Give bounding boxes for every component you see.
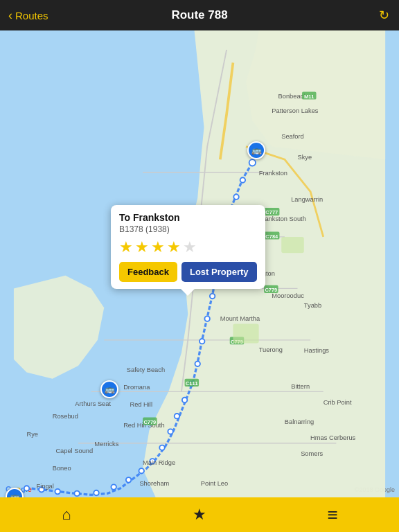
feedback-button[interactable]: Feedback xyxy=(119,262,177,282)
svg-point-11 xyxy=(204,316,209,321)
page-title: Route 788 xyxy=(171,8,227,22)
svg-point-22 xyxy=(111,484,116,489)
bus-icon-2: 🚌 xyxy=(100,380,118,398)
svg-text:Bittern: Bittern xyxy=(291,383,310,390)
tab-favorites[interactable]: ★ xyxy=(133,497,266,532)
svg-point-26 xyxy=(39,487,44,492)
route-popup: To Frankston B1378 (1938) ★ ★ ★ ★ ★ Feed… xyxy=(111,205,265,289)
svg-point-4 xyxy=(240,177,245,182)
svg-rect-65 xyxy=(264,231,279,239)
refresh-icon: ↻ xyxy=(379,8,389,22)
svg-marker-2 xyxy=(246,30,385,159)
star-rating[interactable]: ★ ★ ★ ★ ★ xyxy=(119,238,257,256)
svg-text:Capel Sound: Capel Sound xyxy=(55,447,93,454)
svg-text:Somers: Somers xyxy=(301,450,323,457)
svg-text:Dromana: Dromana xyxy=(123,384,150,391)
popup-title: To Frankston xyxy=(119,212,257,223)
svg-point-18 xyxy=(159,445,164,450)
svg-point-24 xyxy=(74,491,79,496)
svg-point-16 xyxy=(175,414,179,418)
svg-text:Fingal: Fingal xyxy=(36,483,53,490)
svg-text:Hastings: Hastings xyxy=(304,347,330,354)
chevron-left-icon: ‹ xyxy=(8,8,12,23)
svg-text:Mount Martha: Mount Martha xyxy=(220,315,260,322)
tab-menu[interactable]: ≡ xyxy=(266,497,399,532)
svg-point-15 xyxy=(182,398,187,402)
svg-point-3 xyxy=(249,159,256,166)
star-icon: ★ xyxy=(193,506,206,524)
svg-point-13 xyxy=(195,362,200,366)
svg-text:Tuerong: Tuerong xyxy=(259,346,283,353)
svg-text:Hmas Cerberus: Hmas Cerberus xyxy=(310,434,355,441)
popup-subtitle: B1378 (1938) xyxy=(119,224,257,234)
lost-property-button[interactable]: Lost Property xyxy=(181,262,257,282)
svg-point-5 xyxy=(233,194,238,199)
popup-actions: Feedback Lost Property xyxy=(119,262,257,282)
star-2[interactable]: ★ xyxy=(135,238,149,256)
svg-point-21 xyxy=(126,477,131,482)
svg-text:Patterson Lakes: Patterson Lakes xyxy=(272,107,319,114)
svg-text:Shoreham: Shoreham xyxy=(139,480,169,487)
svg-text:Frankston South: Frankston South xyxy=(259,215,306,222)
back-button[interactable]: ‹ Routes xyxy=(8,8,48,23)
svg-text:Seaford: Seaford xyxy=(281,133,304,140)
star-3[interactable]: ★ xyxy=(151,238,165,256)
svg-text:Moorooduc: Moorooduc xyxy=(272,292,304,299)
google-copyright: ©2018 Google xyxy=(355,486,395,493)
svg-text:C779: C779 xyxy=(265,287,277,293)
svg-text:Red Hill: Red Hill xyxy=(130,401,152,408)
app-header: ‹ Routes Route 788 ↻ xyxy=(0,0,399,30)
back-label: Routes xyxy=(15,10,48,21)
svg-marker-1 xyxy=(14,276,104,379)
tab-home[interactable]: ⌂ xyxy=(0,497,133,532)
refresh-button[interactable]: ↻ xyxy=(379,8,389,23)
home-icon: ⌂ xyxy=(62,506,71,524)
svg-point-14 xyxy=(188,381,193,386)
svg-text:Balnarring: Balnarring xyxy=(285,418,314,425)
svg-text:Red Hill South: Red Hill South xyxy=(123,422,164,429)
svg-point-25 xyxy=(55,489,60,494)
svg-rect-75 xyxy=(233,324,258,344)
svg-text:Merricks: Merricks xyxy=(94,441,118,447)
svg-text:Arthurs Seat: Arthurs Seat xyxy=(75,400,111,407)
svg-text:Skye: Skye xyxy=(298,154,312,161)
svg-text:Safety Beach: Safety Beach xyxy=(127,366,165,373)
svg-text:Rye: Rye xyxy=(27,431,39,438)
svg-text:Langwarrin: Langwarrin xyxy=(291,196,323,203)
bus-icon-frankston: 🚌 xyxy=(247,141,265,159)
svg-point-20 xyxy=(139,468,143,473)
svg-rect-73 xyxy=(230,337,244,344)
svg-point-12 xyxy=(200,339,204,344)
svg-point-10 xyxy=(210,294,215,299)
svg-text:Main Ridge: Main Ridge xyxy=(143,459,175,466)
star-5[interactable]: ★ xyxy=(183,238,197,256)
svg-rect-67 xyxy=(264,285,278,293)
svg-rect-61 xyxy=(302,91,316,99)
star-4[interactable]: ★ xyxy=(167,238,181,256)
svg-point-17 xyxy=(168,429,172,434)
svg-text:C784: C784 xyxy=(265,233,278,240)
svg-rect-76 xyxy=(281,237,304,253)
svg-rect-63 xyxy=(264,208,279,215)
svg-text:C779: C779 xyxy=(143,419,156,425)
svg-point-19 xyxy=(150,459,154,463)
svg-text:C111: C111 xyxy=(186,380,198,387)
star-1[interactable]: ★ xyxy=(119,238,133,256)
svg-text:Frankston: Frankston xyxy=(259,170,287,177)
svg-text:M11: M11 xyxy=(304,94,314,100)
svg-text:C777: C777 xyxy=(265,209,278,215)
svg-rect-71 xyxy=(143,418,157,425)
svg-text:Boneo: Boneo xyxy=(53,465,71,472)
svg-text:Tyabb: Tyabb xyxy=(304,302,321,309)
menu-icon: ≡ xyxy=(327,504,337,526)
svg-text:Bonbeach: Bonbeach xyxy=(278,93,308,100)
svg-point-23 xyxy=(94,490,98,495)
tab-bar: ⌂ ★ ≡ xyxy=(0,497,399,532)
svg-text:Crib Point: Crib Point xyxy=(323,399,352,406)
map-background: Bonbeach Patterson Lakes Seaford Skye Fr… xyxy=(0,30,399,497)
svg-text:C779: C779 xyxy=(231,339,243,345)
svg-text:Rosebud: Rosebud xyxy=(53,413,78,420)
svg-text:Point Leo: Point Leo xyxy=(201,480,228,487)
map-area[interactable]: Bonbeach Patterson Lakes Seaford Skye Fr… xyxy=(0,30,399,497)
svg-rect-69 xyxy=(185,379,199,387)
